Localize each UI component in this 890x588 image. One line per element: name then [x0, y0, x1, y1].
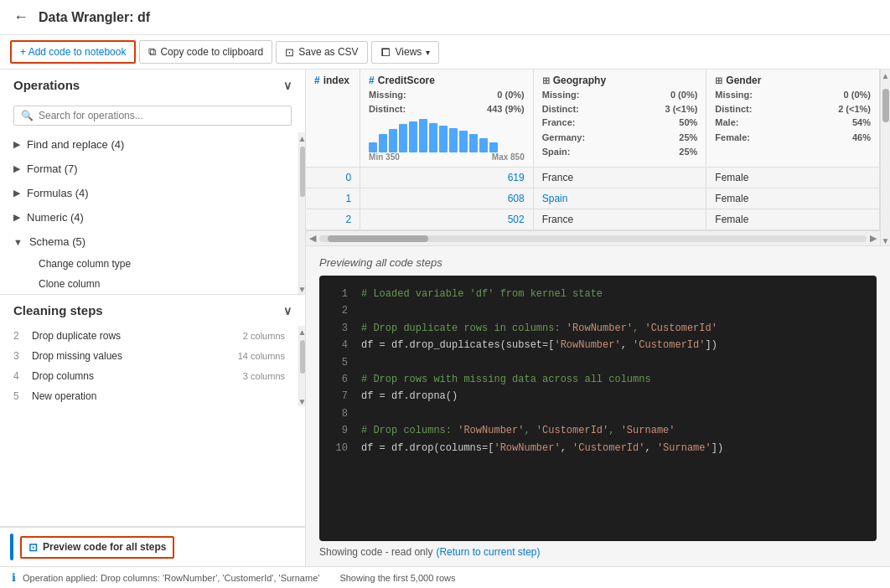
back-button[interactable]: ←	[13, 8, 28, 26]
add-code-label: + Add code to notebook	[20, 46, 126, 58]
preview-code-icon: ⊡	[28, 541, 38, 554]
scroll-up-arrow-icon[interactable]: ▲	[298, 134, 305, 143]
operations-title: Operations	[13, 78, 80, 92]
data-table-area: # index # CreditScore	[306, 70, 890, 246]
ops-item-label: Schema (5)	[29, 235, 85, 248]
scroll-down-arrow-icon[interactable]: ▼	[298, 285, 305, 294]
search-input[interactable]	[39, 110, 284, 121]
blue-accent-bar	[10, 534, 13, 560]
hscroll-right-icon[interactable]: ▶	[870, 233, 877, 244]
code-line-2: 2	[333, 302, 863, 319]
cleaning-step-new-op[interactable]: 5 New operation	[0, 386, 298, 406]
ops-scroll-thumb	[300, 147, 305, 197]
title-bar: ← Data Wrangler: df	[0, 0, 890, 35]
ops-expand-chevron-icon: ▼	[13, 237, 23, 247]
col-type-icon: ⊞	[542, 75, 550, 86]
creditscore-histogram	[369, 119, 525, 152]
code-footer-text: Showing code - read only	[319, 546, 432, 558]
data-table: # index # CreditScore	[306, 70, 880, 230]
code-line-5: 5	[333, 354, 863, 371]
status-info-icon: ℹ	[12, 571, 16, 584]
code-line-8: 8	[333, 405, 863, 422]
return-to-current-step-link[interactable]: (Return to current step)	[436, 546, 540, 558]
copy-code-label: Copy code to clipboard	[160, 46, 263, 58]
vscroll-thumb	[882, 89, 889, 122]
ops-item-label: Find and replace (4)	[27, 138, 124, 151]
cleaning-step-drop-cols[interactable]: 4 Drop columns 3 columns	[0, 366, 298, 386]
code-line-9: 9 # Drop columns: 'RowNumber', 'Customer…	[333, 422, 863, 439]
cell-index: 2	[306, 209, 360, 230]
search-icon: 🔍	[21, 110, 34, 121]
cleaning-steps-section: Cleaning steps ∨ 2 Drop duplicate rows 2…	[0, 294, 305, 406]
copy-code-button[interactable]: ⧉ Copy code to clipboard	[139, 40, 272, 64]
cleaning-steps-title: Cleaning steps	[13, 303, 103, 317]
gender-cat-stats: Male: 54% Female: 46%	[715, 116, 871, 145]
views-icon: ⧠	[380, 46, 391, 59]
hscroll-left-icon[interactable]: ◀	[309, 233, 316, 244]
cell-gender: Female	[706, 209, 880, 230]
code-line-10: 10 df = df.drop(columns=['RowNumber', 'C…	[333, 440, 863, 456]
preview-bar: ⊡ Preview code for all steps	[0, 526, 305, 566]
table-row: 2 502 France Female	[306, 209, 880, 230]
col-name: Geography	[553, 75, 606, 86]
cell-index: 0	[306, 168, 360, 188]
code-footer: Showing code - read only (Return to curr…	[319, 541, 877, 560]
hscroll-track	[319, 235, 867, 242]
col-header-creditscore: # CreditScore Missing: 0 (0%)	[360, 70, 534, 168]
search-box: 🔍	[13, 106, 292, 126]
preview-code-button[interactable]: ⊡ Preview code for all steps	[20, 536, 174, 559]
cell-geography: France	[533, 168, 706, 188]
table-hscroll[interactable]: ◀ ▶	[306, 230, 880, 245]
code-block[interactable]: 1 # Loaded variable 'df' from kernel sta…	[319, 276, 877, 541]
cell-gender: Female	[706, 188, 880, 209]
cleaning-step-drop-dup[interactable]: 2 Drop duplicate rows 2 columns	[0, 326, 298, 346]
ops-item-schema[interactable]: ▼ Schema (5)	[0, 230, 298, 254]
table-vscroll[interactable]: ▲ ▼	[880, 70, 890, 245]
ops-item-numeric[interactable]: ▶ Numeric (4)	[0, 205, 298, 230]
views-label: Views	[396, 46, 422, 58]
save-csv-button[interactable]: ⊡ Save as CSV	[276, 41, 367, 64]
col-type-icon: ⊞	[715, 75, 722, 86]
vscroll-up-icon[interactable]: ▲	[882, 71, 890, 80]
ops-item-format[interactable]: ▶ Format (7)	[0, 157, 298, 181]
cell-geography: France	[533, 209, 706, 230]
preview-code-label: Preview code for all steps	[43, 541, 166, 553]
cleaning-scroll-bar: ▲ ▼	[298, 326, 305, 406]
operations-chevron-icon[interactable]: ∨	[283, 79, 292, 92]
spacer	[0, 406, 305, 526]
main-content: Operations ∨ 🔍 ▶ Find and replace (4) ▶ …	[0, 70, 890, 566]
ops-item-formulas[interactable]: ▶ Formulas (4)	[0, 181, 298, 205]
ops-chevron-icon: ▶	[13, 188, 20, 199]
right-panel: # index # CreditScore	[306, 70, 890, 566]
ops-item-find-replace[interactable]: ▶ Find and replace (4)	[0, 132, 298, 157]
col-name: CreditScore	[378, 75, 435, 86]
views-button[interactable]: ⧠ Views ▾	[371, 41, 440, 64]
cleaning-scroll-up-icon[interactable]: ▲	[298, 328, 305, 337]
ops-chevron-icon: ▶	[13, 139, 20, 150]
ops-sub-change-column-type[interactable]: Change column type	[0, 254, 298, 274]
toolbar: + Add code to notebook ⧉ Copy code to cl…	[0, 35, 890, 70]
code-section: Previewing all code steps 1 # Loaded var…	[306, 246, 890, 566]
ops-item-label: Numeric (4)	[27, 211, 84, 224]
sub-item-label: Clone column	[39, 278, 100, 290]
col-type-icon: #	[314, 75, 320, 86]
views-chevron-icon: ▾	[426, 48, 430, 57]
vscroll-down-icon[interactable]: ▼	[882, 236, 890, 245]
col-name: index	[323, 75, 349, 86]
add-code-button[interactable]: + Add code to notebook	[10, 40, 136, 64]
ops-sub-clone-column[interactable]: Clone column	[0, 274, 298, 294]
col-header-geography: ⊞ Geography Missing: 0 (0%)	[533, 70, 706, 168]
cell-creditscore: 608	[360, 188, 534, 209]
cleaning-chevron-icon[interactable]: ∨	[283, 304, 292, 317]
table-scroll[interactable]: # index # CreditScore	[306, 70, 880, 245]
code-preview-label: Previewing all code steps	[319, 256, 877, 269]
ops-item-label: Format (7)	[27, 162, 78, 175]
cleaning-steps-header: Cleaning steps ∨	[0, 295, 305, 326]
col-header-gender: ⊞ Gender Missing: 0 (0%)	[706, 70, 880, 168]
code-line-1: 1 # Loaded variable 'df' from kernel sta…	[333, 286, 863, 302]
cell-gender: Female	[706, 168, 880, 188]
cleaning-scroll-down-icon[interactable]: ▼	[298, 397, 305, 406]
cleaning-step-drop-missing[interactable]: 3 Drop missing values 14 columns	[0, 346, 298, 366]
save-csv-label: Save as CSV	[298, 46, 358, 58]
geography-cat-stats: France: 50% Germany: 25% Spa	[542, 116, 698, 160]
